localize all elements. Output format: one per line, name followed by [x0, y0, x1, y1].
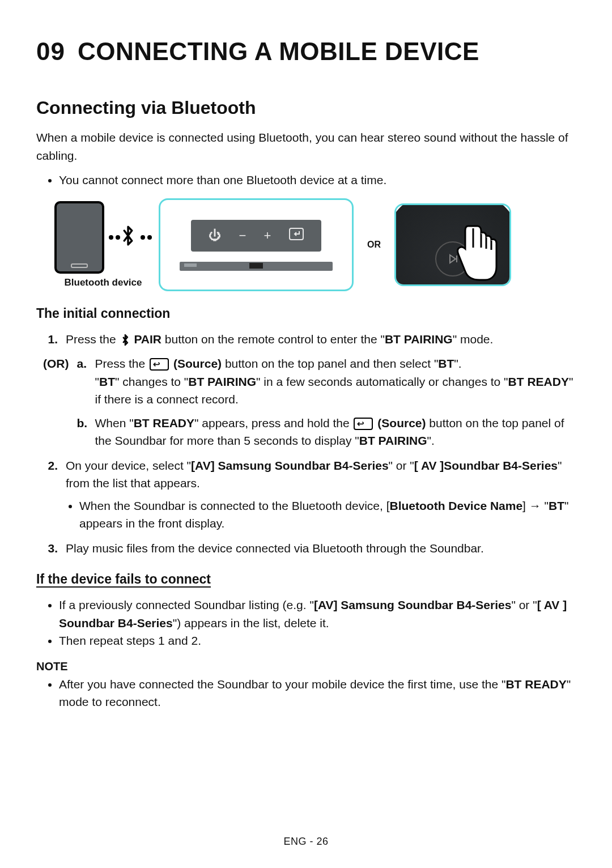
- bt-dots-left: [109, 235, 120, 240]
- illustration-row: Bluetooth device ⏻ − + OR: [54, 198, 576, 291]
- step-1-text: Press the PAIR button on the remote cont…: [66, 330, 493, 348]
- steps-list: 1. Press the PAIR button on the remote c…: [43, 330, 576, 558]
- bluetooth-icon: [121, 334, 130, 346]
- step-2: 2. On your device, select "[AV] Samsung …: [43, 457, 576, 533]
- soundbar-control-panel: ⏻ − +: [191, 220, 321, 252]
- fails-list: If a previously connected Soundbar listi…: [36, 596, 576, 650]
- substep-label: a.: [77, 355, 88, 409]
- page-footer: ENG - 26: [0, 836, 612, 848]
- fails-item-1: If a previously connected Soundbar listi…: [59, 596, 576, 632]
- hand-icon: [448, 220, 499, 285]
- step-or: (OR) a. Press the (Source) button on the…: [43, 355, 576, 450]
- or-label: OR: [367, 240, 381, 250]
- subsection-fails-to-connect: If the device fails to connect: [36, 572, 576, 587]
- step-number: 2.: [43, 457, 58, 475]
- step-number: 1.: [43, 330, 58, 348]
- intro-bullets: You cannot connect more than one Bluetoo…: [36, 171, 576, 189]
- bt-device-label: Bluetooth device: [54, 277, 152, 288]
- pair-label: PAIR: [134, 333, 162, 346]
- intro-paragraph: When a mobile device is connected using …: [36, 129, 576, 164]
- note-list: After you have connected the Soundbar to…: [36, 675, 576, 711]
- fails-item-2: Then repeat steps 1 and 2.: [59, 632, 576, 650]
- step-2-bullets: When the Soundbar is connected to the Bl…: [66, 497, 576, 533]
- plus-icon: +: [264, 228, 271, 243]
- illustration-phone: Bluetooth device: [54, 201, 152, 288]
- intro-bullet-item: You cannot connect more than one Bluetoo…: [59, 171, 576, 189]
- note-item: After you have connected the Soundbar to…: [59, 675, 576, 711]
- step-1: 1. Press the PAIR button on the remote c…: [43, 330, 576, 348]
- page: 09 CONNECTING A MOBILE DEVICE Connecting…: [0, 0, 612, 868]
- soundbar-body: [180, 262, 333, 271]
- substep-a-text: Press the (Source) button on the top pan…: [95, 355, 576, 409]
- illustration-touch: [394, 203, 511, 286]
- phone-icon: [54, 201, 104, 274]
- step-2-bullet: When the Soundbar is connected to the Bl…: [79, 497, 576, 533]
- step-2-text: On your device, select "[AV] Samsung Sou…: [66, 459, 562, 490]
- source-icon: [354, 418, 373, 430]
- substep-b-text: When "BT READY" appears, press and hold …: [95, 414, 576, 450]
- bt-dots-right: [141, 235, 152, 240]
- substep-a: a. Press the (Source) button on the top …: [77, 355, 576, 409]
- substep-b: b. When "BT READY" appears, press and ho…: [77, 414, 576, 450]
- note-label: NOTE: [36, 660, 576, 673]
- or-marker: (OR): [43, 355, 69, 373]
- step-number: 3.: [43, 539, 58, 558]
- subsection-initial-connection: The initial connection: [36, 306, 576, 321]
- source-icon: [289, 228, 304, 244]
- illustration-soundbar-panel: ⏻ − +: [159, 198, 354, 291]
- bluetooth-icon: [120, 225, 136, 249]
- minus-icon: −: [239, 228, 246, 243]
- chapter-title: CONNECTING A MOBILE DEVICE: [78, 37, 479, 66]
- source-icon: [150, 358, 169, 371]
- step-3-text: Play music files from the device connect…: [66, 539, 484, 558]
- section-title: Connecting via Bluetooth: [36, 97, 576, 118]
- step-3: 3. Play music files from the device conn…: [43, 539, 576, 558]
- chapter-heading: 09 CONNECTING A MOBILE DEVICE: [36, 37, 576, 66]
- substep-label: b.: [77, 414, 88, 450]
- power-icon: ⏻: [209, 228, 221, 243]
- chapter-number: 09: [36, 37, 65, 66]
